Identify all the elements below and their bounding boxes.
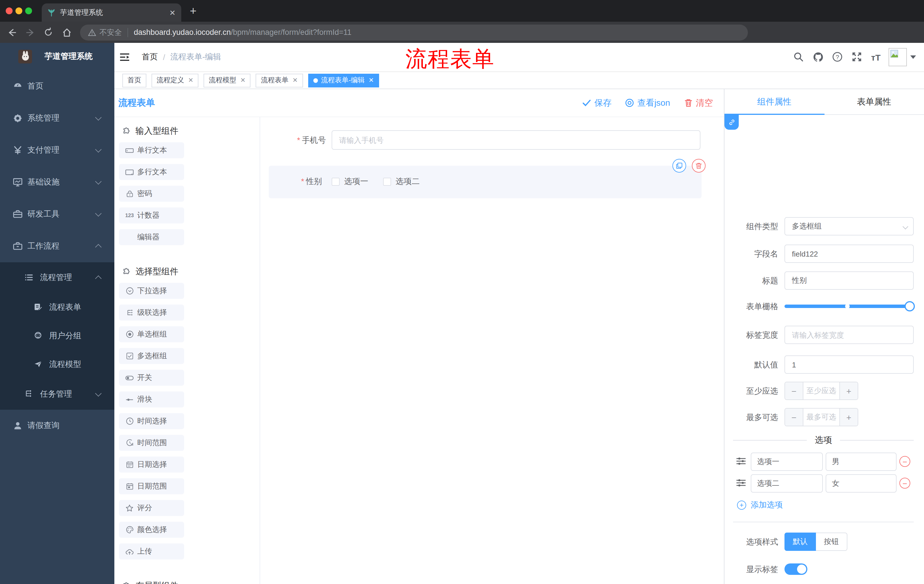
palette-item-color[interactable]: 颜色选择 bbox=[119, 522, 184, 538]
palette-item-date[interactable]: 日期选择 bbox=[119, 457, 184, 472]
help-icon[interactable]: ? bbox=[832, 51, 844, 63]
copy-component-button[interactable] bbox=[672, 159, 686, 173]
title-input[interactable] bbox=[784, 271, 914, 290]
phone-input[interactable] bbox=[332, 130, 700, 150]
github-icon[interactable] bbox=[813, 51, 824, 63]
window-minimize-button[interactable] bbox=[15, 7, 22, 14]
add-option-button[interactable]: + 添加选项 bbox=[737, 499, 783, 511]
save-button[interactable]: 保存 bbox=[582, 97, 612, 108]
tag-close-icon[interactable]: ✕ bbox=[292, 77, 298, 84]
palette-item-password[interactable]: 密码 bbox=[119, 186, 184, 202]
tag-process-form[interactable]: 流程表单✕ bbox=[256, 73, 303, 87]
style-button-button[interactable]: 按钮 bbox=[816, 533, 847, 551]
slider-handle[interactable] bbox=[904, 301, 915, 311]
tab-component-props[interactable]: 组件属性 bbox=[724, 89, 824, 114]
stepper-minus-button[interactable]: − bbox=[785, 382, 804, 400]
option2-value-input[interactable] bbox=[826, 474, 896, 493]
gender-option2-checkbox[interactable] bbox=[383, 178, 391, 186]
stepper-minus-button[interactable]: − bbox=[785, 409, 804, 426]
form-canvas[interactable]: *手机号 *性别 bbox=[260, 117, 724, 584]
palette-item-slider[interactable]: 滑块 bbox=[119, 392, 184, 408]
sidebar-item-workflow[interactable]: 工作流程 bbox=[0, 230, 114, 262]
palette-item-time-range[interactable]: 时间范围 bbox=[119, 435, 184, 451]
not-secure-label[interactable]: 不安全 bbox=[99, 27, 122, 38]
palette-item-multi-text[interactable]: 多行文本 bbox=[119, 164, 184, 180]
gender-option1-checkbox[interactable] bbox=[332, 178, 340, 186]
tag-close-icon[interactable]: ✕ bbox=[240, 77, 245, 84]
link-tag-icon[interactable] bbox=[724, 115, 739, 130]
tag-process-definition[interactable]: 流程定义✕ bbox=[152, 73, 198, 87]
sidebar-item-home[interactable]: 首页 bbox=[0, 70, 114, 102]
palette-item-select[interactable]: 下拉选择 bbox=[119, 283, 184, 299]
option2-label-input[interactable] bbox=[751, 474, 823, 493]
sidebar-item-system[interactable]: 系统管理 bbox=[0, 102, 114, 134]
palette-item-switch[interactable]: 开关 bbox=[119, 370, 184, 386]
sidebar-item-process-form[interactable]: 流程表单 bbox=[0, 293, 114, 322]
palette-item-checkbox-group[interactable]: 多选框组 bbox=[119, 348, 184, 364]
sidebar-item-user-group[interactable]: 用户分组 bbox=[0, 322, 114, 350]
style-default-button[interactable]: 默认 bbox=[784, 533, 816, 551]
sidebar-item-process-model[interactable]: 流程模型 bbox=[0, 350, 114, 379]
sidebar-item-task-mgmt[interactable]: 任务管理 bbox=[0, 379, 114, 410]
stepper-plus-button[interactable]: + bbox=[839, 409, 858, 426]
min-select-placeholder[interactable]: 至少应选 bbox=[804, 382, 839, 400]
tab-form-props[interactable]: 表单属性 bbox=[824, 89, 924, 114]
default-value-input[interactable] bbox=[784, 355, 914, 374]
forward-icon[interactable] bbox=[25, 27, 36, 38]
browser-tab[interactable]: 芋道管理系统 ✕ bbox=[42, 3, 181, 22]
new-tab-button[interactable]: + bbox=[190, 5, 196, 18]
tag-home[interactable]: 首页 bbox=[122, 73, 146, 87]
palette-item-radio-group[interactable]: 单选框组 bbox=[119, 326, 184, 342]
palette-item-cascader[interactable]: 级联选择 bbox=[119, 304, 184, 321]
sidebar-item-payment[interactable]: 支付管理 bbox=[0, 134, 114, 166]
clear-button[interactable]: 清空 bbox=[684, 97, 713, 108]
home-icon[interactable] bbox=[62, 27, 73, 38]
label-width-input[interactable] bbox=[784, 326, 914, 344]
selected-gender-field[interactable]: *性别 选项一 选项二 bbox=[269, 166, 701, 198]
palette-item-upload[interactable]: 上传 bbox=[119, 543, 184, 559]
palette-item-date-range[interactable]: 日期范围 bbox=[119, 478, 184, 494]
logo-row[interactable]: 芋道管理系统 bbox=[0, 43, 114, 70]
palette-item-single-text[interactable]: 单行文本 bbox=[119, 142, 184, 158]
component-type-select[interactable]: 多选框组 bbox=[784, 217, 914, 235]
drag-handle-icon[interactable] bbox=[736, 478, 747, 489]
url-bar[interactable]: 不安全 dashboard.yudao.iocoder.cn/bpm/manag… bbox=[80, 24, 748, 40]
view-json-button[interactable]: 查看json bbox=[625, 97, 670, 108]
avatar[interactable] bbox=[889, 48, 907, 66]
phone-field[interactable]: *手机号 bbox=[260, 130, 724, 150]
search-icon[interactable] bbox=[794, 51, 805, 63]
stepper-plus-button[interactable]: + bbox=[839, 382, 858, 400]
option1-label-input[interactable] bbox=[751, 452, 823, 471]
field-name-input[interactable] bbox=[784, 245, 914, 263]
sidebar-item-infra[interactable]: 基础设施 bbox=[0, 166, 114, 198]
option1-value-input[interactable] bbox=[826, 452, 896, 471]
sidebar-item-leave-query[interactable]: 请假查询 bbox=[0, 410, 114, 442]
remove-option-button[interactable]: − bbox=[899, 478, 910, 489]
sidebar-item-devtools[interactable]: 研发工具 bbox=[0, 198, 114, 230]
tab-close-icon[interactable]: ✕ bbox=[169, 8, 175, 17]
breadcrumb-home[interactable]: 首页 bbox=[142, 52, 158, 62]
window-close-button[interactable] bbox=[6, 7, 13, 14]
palette-item-rate[interactable]: 评分 bbox=[119, 500, 184, 516]
max-select-placeholder[interactable]: 最多可选 bbox=[804, 409, 839, 426]
reload-icon[interactable] bbox=[43, 28, 55, 37]
fullscreen-icon[interactable] bbox=[852, 51, 863, 63]
tag-process-form-edit[interactable]: 流程表单-编辑✕ bbox=[308, 73, 379, 87]
remove-option-button[interactable]: − bbox=[899, 456, 910, 467]
avatar-caret-down-icon[interactable] bbox=[910, 56, 916, 59]
palette-item-editor[interactable]: 编辑器 bbox=[119, 229, 184, 245]
collapse-sidebar-icon[interactable] bbox=[119, 51, 130, 63]
delete-component-button[interactable] bbox=[692, 159, 706, 173]
tag-close-icon[interactable]: ✕ bbox=[368, 77, 374, 84]
tag-close-icon[interactable]: ✕ bbox=[188, 77, 193, 84]
font-size-icon[interactable]: ᴛT bbox=[871, 52, 881, 62]
window-zoom-button[interactable] bbox=[25, 7, 32, 14]
grid-slider[interactable] bbox=[784, 304, 914, 308]
show-label-toggle[interactable] bbox=[784, 563, 807, 575]
sidebar-item-process-mgmt[interactable]: 流程管理 bbox=[0, 262, 114, 293]
tag-process-model[interactable]: 流程模型✕ bbox=[203, 73, 251, 87]
drag-handle-icon[interactable] bbox=[736, 457, 747, 467]
palette-item-time[interactable]: 时间选择 bbox=[119, 413, 184, 429]
back-icon[interactable] bbox=[7, 27, 18, 38]
palette-item-counter[interactable]: 123计数器 bbox=[119, 207, 184, 224]
